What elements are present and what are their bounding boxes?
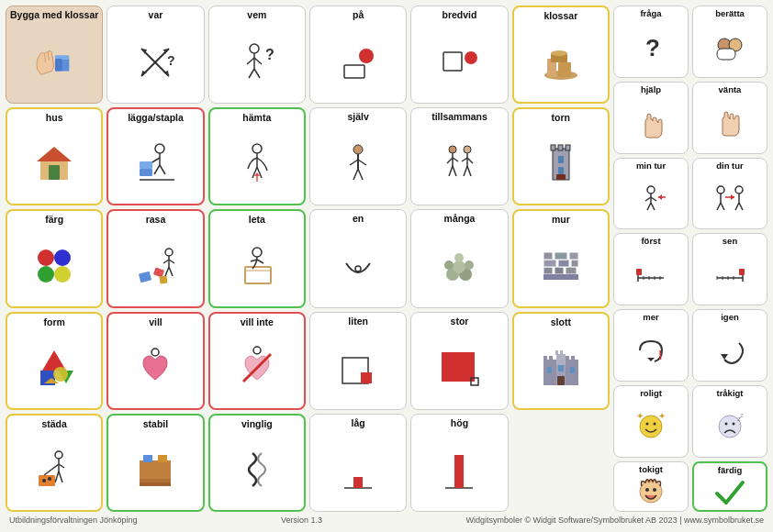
card-vill[interactable]: vill — [106, 312, 204, 410]
card-manga[interactable]: många — [410, 209, 508, 307]
card-hus[interactable]: hus — [6, 107, 103, 205]
svg-marker-188 — [647, 358, 655, 361]
svg-point-197 — [725, 422, 728, 425]
card-form[interactable]: form — [6, 312, 103, 410]
svg-point-74 — [38, 266, 54, 283]
card-liten[interactable]: liten — [309, 312, 407, 410]
card-pa[interactable]: på — [309, 6, 407, 104]
card-torn[interactable]: torn — [512, 107, 610, 205]
label-manga: många — [444, 214, 476, 225]
card-stada[interactable]: städa — [6, 414, 103, 512]
card-hog[interactable]: hög — [410, 414, 508, 512]
label-vill-inte: vill inte — [241, 317, 274, 328]
svg-line-16 — [247, 58, 254, 64]
card-lagga[interactable]: lägga/stapla — [106, 107, 204, 205]
card-tokigt[interactable]: tokigt — [613, 461, 689, 512]
svg-rect-145 — [140, 479, 171, 482]
card-rasa[interactable]: rasa — [106, 209, 204, 307]
card-sen[interactable]: sen — [692, 233, 767, 305]
card-lag[interactable]: låg — [309, 414, 407, 512]
svg-line-140 — [44, 470, 51, 475]
card-igen[interactable]: igen — [692, 309, 767, 382]
svg-point-94 — [444, 260, 454, 270]
card-sjalv[interactable]: själv — [309, 107, 407, 205]
footer-right: Widgitsymboler © Widgit Software/Symbolb… — [465, 515, 764, 525]
title-icon — [8, 21, 100, 101]
card-beratta[interactable]: berätta — [692, 6, 767, 78]
icon-stor — [413, 327, 505, 406]
label-sen: sen — [723, 237, 737, 246]
card-forst[interactable]: först — [613, 233, 689, 305]
card-stor[interactable]: stor — [410, 312, 508, 410]
card-din-tur[interactable]: din tur — [692, 158, 767, 230]
svg-line-62 — [467, 158, 473, 163]
svg-rect-101 — [558, 260, 569, 267]
label-fardig: färdig — [718, 466, 742, 475]
svg-rect-70 — [558, 167, 564, 174]
svg-line-51 — [353, 169, 358, 180]
card-vem[interactable]: vem ? — [208, 6, 306, 104]
icon-tillsammans — [413, 123, 505, 203]
card-fardig[interactable]: färdig — [692, 461, 767, 512]
svg-line-84 — [169, 267, 173, 276]
svg-rect-146 — [140, 473, 171, 479]
icon-vanta — [695, 94, 765, 150]
card-bredvid[interactable]: bredvid — [410, 6, 508, 104]
icon-hus — [9, 124, 99, 202]
icon-hamta — [212, 124, 302, 202]
card-tillsammans[interactable]: tillsammans — [410, 107, 508, 205]
icon-rasa — [110, 226, 200, 304]
svg-line-158 — [645, 197, 651, 201]
icon-sen — [695, 247, 765, 303]
svg-line-171 — [739, 203, 743, 210]
icon-fraga: ? — [616, 18, 686, 74]
card-hamta[interactable]: hämta — [208, 107, 306, 205]
card-en[interactable]: en — [309, 209, 407, 307]
icon-bredvid — [413, 21, 505, 101]
label-beratta: berätta — [715, 9, 745, 18]
label-igen: igen — [721, 313, 739, 322]
svg-marker-30 — [37, 147, 72, 161]
svg-rect-144 — [140, 482, 171, 486]
svg-point-53 — [449, 146, 456, 153]
card-mur[interactable]: mur — [512, 209, 610, 307]
card-vanta[interactable]: vänta — [692, 82, 767, 154]
label-din-tur: din tur — [716, 161, 744, 171]
card-mer[interactable]: mer ! — [613, 309, 689, 382]
label-leta: leta — [249, 215, 265, 226]
icon-slott — [516, 327, 606, 405]
card-min-tur[interactable]: min tur — [613, 158, 689, 230]
card-roligt[interactable]: roligt ✦ ✦ — [613, 385, 689, 458]
label-hus: hus — [46, 113, 63, 124]
svg-line-52 — [358, 169, 363, 180]
svg-line-58 — [453, 166, 456, 176]
svg-point-96 — [454, 253, 464, 262]
card-fraga[interactable]: fråga ? — [613, 6, 689, 78]
card-var[interactable]: var ? — [106, 6, 204, 104]
icon-pa — [312, 21, 404, 101]
icon-manga — [413, 225, 505, 305]
card-stabil[interactable]: stabil — [106, 414, 204, 512]
card-title[interactable]: Bygga med klossar — [6, 6, 103, 104]
label-lagga: lägga/stapla — [128, 113, 184, 124]
svg-point-14 — [250, 44, 259, 53]
card-klossar[interactable]: klossar — [512, 6, 610, 104]
card-leta[interactable]: leta — [208, 209, 306, 307]
card-hjalp[interactable]: hjälp — [613, 82, 689, 154]
icon-torn — [516, 124, 606, 202]
svg-rect-105 — [569, 252, 578, 260]
svg-rect-97 — [543, 267, 553, 274]
card-vinglig[interactable]: vinglig — [208, 414, 306, 512]
svg-rect-76 — [139, 272, 151, 283]
svg-rect-123 — [549, 356, 553, 360]
icon-hog — [413, 428, 505, 508]
card-slott[interactable]: slott — [512, 312, 610, 410]
card-farg[interactable]: färg — [6, 209, 103, 307]
svg-rect-98 — [555, 267, 564, 274]
card-vill-inte[interactable]: vill inte — [208, 312, 306, 410]
svg-point-112 — [151, 349, 159, 356]
svg-point-87 — [252, 248, 262, 257]
svg-rect-180 — [636, 269, 642, 275]
svg-line-83 — [165, 267, 169, 276]
card-trakigt[interactable]: tråkigt z z — [692, 385, 767, 458]
